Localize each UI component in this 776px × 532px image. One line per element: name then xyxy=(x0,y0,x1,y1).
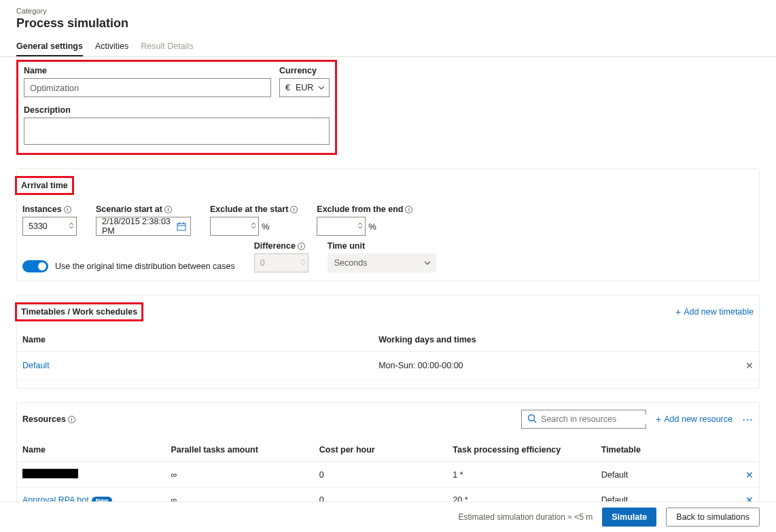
col-working: Working days and times xyxy=(373,328,739,352)
scenario-start-label: Scenario start at i xyxy=(96,205,191,214)
tabs: General settings Activities Result Detai… xyxy=(0,33,776,57)
info-icon[interactable]: i xyxy=(405,206,412,213)
calendar-icon[interactable] xyxy=(177,221,186,231)
search-icon xyxy=(527,414,537,425)
col-cost: Cost per hour xyxy=(314,438,448,462)
back-button[interactable]: Back to simulations xyxy=(666,508,760,527)
page-title: Process simulation xyxy=(16,16,760,31)
spin-buttons xyxy=(300,255,306,269)
tab-general-settings[interactable]: General settings xyxy=(16,37,83,56)
exclude-end-input[interactable] xyxy=(317,217,366,236)
efficiency-cell: 1 * xyxy=(447,462,595,488)
timetables-table: Name Working days and times Default Mon-… xyxy=(17,328,759,380)
parallel-cell: ∞ xyxy=(165,462,313,488)
timetable-name-link[interactable]: Default xyxy=(22,361,50,370)
currency-code: EUR xyxy=(296,83,313,92)
simulate-button[interactable]: Simulate xyxy=(602,508,656,527)
info-icon[interactable]: i xyxy=(68,416,75,423)
exclude-end-label: Exclude from the end i xyxy=(317,205,412,214)
time-unit-select[interactable]: Seconds xyxy=(328,253,436,272)
chevron-down-icon xyxy=(318,86,325,90)
estimate-text: Estimated simulation duration ≈ <5 m xyxy=(459,512,593,522)
info-icon[interactable]: i xyxy=(164,206,172,213)
info-icon[interactable]: i xyxy=(64,206,71,213)
close-icon[interactable]: ✕ xyxy=(745,360,754,371)
currency-select[interactable]: € EUR xyxy=(279,78,330,97)
svg-point-4 xyxy=(529,414,535,421)
percent-label: % xyxy=(262,221,270,232)
currency-symbol: € xyxy=(285,83,290,92)
general-highlight-box: Name Currency € EUR Description xyxy=(16,60,337,155)
spin-buttons[interactable] xyxy=(357,219,363,232)
plus-icon: + xyxy=(675,306,681,317)
arrival-time-title: Arrival time xyxy=(15,176,74,195)
table-row: ∞01 *Default✕ xyxy=(17,462,759,488)
col-efficiency: Task processing efficiency xyxy=(447,438,595,462)
timetables-section: Timetables / Work schedules + Add new ti… xyxy=(16,295,760,389)
resources-search[interactable] xyxy=(521,410,646,429)
description-input[interactable] xyxy=(24,118,330,145)
arrival-time-section: Arrival time Instances i 5330 xyxy=(16,169,760,281)
close-icon[interactable]: ✕ xyxy=(745,469,754,480)
percent-label: % xyxy=(368,221,376,232)
resources-search-input[interactable] xyxy=(541,414,648,424)
exclude-start-input[interactable] xyxy=(210,217,259,236)
svg-rect-0 xyxy=(177,224,186,230)
more-options-button[interactable]: ⋯ xyxy=(742,413,754,426)
name-input[interactable] xyxy=(24,78,271,97)
col-name: Name xyxy=(17,328,373,352)
tab-result-details: Result Details xyxy=(141,37,193,56)
description-label: Description xyxy=(24,105,330,115)
info-icon[interactable]: i xyxy=(290,206,298,213)
difference-label: Difference i xyxy=(254,241,308,251)
col-timetable: Timetable xyxy=(596,438,739,462)
scenario-start-input[interactable]: 2/18/2015 2:38:03 PM xyxy=(96,217,191,236)
chevron-down-icon xyxy=(424,261,431,265)
col-parallel: Parallel tasks amount xyxy=(165,438,313,462)
instances-label: Instances i xyxy=(22,205,77,214)
name-label: Name xyxy=(24,66,271,75)
svg-line-5 xyxy=(534,420,537,423)
resources-title: Resources i xyxy=(22,414,75,424)
timetable-cell: Default xyxy=(596,462,739,488)
category-label: Category xyxy=(16,7,760,15)
col-name: Name xyxy=(17,438,165,462)
difference-input: 0 xyxy=(254,253,308,272)
redacted-name xyxy=(22,469,78,478)
add-resource-button[interactable]: + Add new resource xyxy=(656,414,733,425)
currency-label: Currency xyxy=(279,66,330,75)
instances-input[interactable]: 5330 xyxy=(22,217,77,236)
original-distribution-toggle[interactable] xyxy=(22,260,48,272)
spin-buttons[interactable] xyxy=(251,219,256,232)
tab-activities[interactable]: Activities xyxy=(95,37,128,56)
time-unit-label: Time unit xyxy=(328,241,436,251)
plus-icon: + xyxy=(656,414,661,425)
timetables-title: Timetables / Work schedules xyxy=(15,302,143,321)
footer: Estimated simulation duration ≈ <5 m Sim… xyxy=(0,501,776,532)
timetable-times: Mon-Sun: 00:00-00:00 xyxy=(373,352,739,380)
cost-cell: 0 xyxy=(314,462,448,488)
info-icon[interactable]: i xyxy=(298,243,305,250)
exclude-start-label: Exclude at the start i xyxy=(210,205,298,214)
spin-buttons[interactable] xyxy=(69,219,74,232)
add-timetable-button[interactable]: + Add new timetable xyxy=(675,306,754,317)
toggle-label: Use the original time distribution betwe… xyxy=(55,262,235,271)
table-row: Default Mon-Sun: 00:00-00:00 ✕ xyxy=(17,352,759,380)
